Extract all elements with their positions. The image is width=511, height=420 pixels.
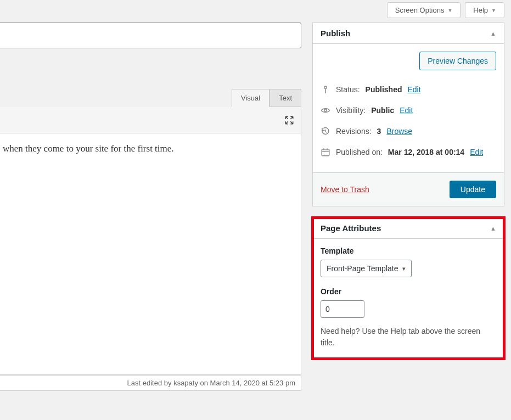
svg-point-0 <box>324 86 327 89</box>
published-on-row: Published on: Mar 12, 2018 at 00:14 Edit <box>321 142 496 163</box>
published-value: Mar 12, 2018 at 00:14 <box>388 148 464 156</box>
screen-options-button[interactable]: Screen Options ▼ <box>387 2 461 18</box>
preview-changes-button[interactable]: Preview Changes <box>419 52 496 70</box>
publish-box: Publish ▲ Preview Changes Status: Publis… <box>312 23 504 206</box>
order-label: Order <box>321 287 496 296</box>
pushpin-icon <box>321 85 330 94</box>
editor-column: Visual Text when they come to your site … <box>0 23 301 391</box>
svg-point-2 <box>324 109 327 112</box>
collapse-icon: ▲ <box>490 225 496 232</box>
tab-visual[interactable]: Visual <box>232 89 269 107</box>
page-attributes-box: Page Attributes ▲ Template Front-Page Te… <box>312 217 504 359</box>
publish-title: Publish <box>321 29 350 38</box>
update-button[interactable]: Update <box>450 181 496 198</box>
status-label: Status: <box>336 85 360 94</box>
publish-box-header[interactable]: Publish ▲ <box>313 23 504 44</box>
move-to-trash-link[interactable]: Move to Trash <box>321 185 369 194</box>
page-attributes-help-note: Need help? Use the Help tab above the sc… <box>321 326 496 349</box>
status-edit-link[interactable]: Edit <box>408 85 421 94</box>
editor-status-bar: Last edited by ksapaty on March 14, 2020… <box>0 375 301 391</box>
editor-mode-tabs: Visual Text <box>0 89 301 107</box>
post-title-input[interactable] <box>0 23 301 48</box>
revisions-browse-link[interactable]: Browse <box>386 127 412 136</box>
tab-text[interactable]: Text <box>269 89 301 107</box>
order-input[interactable] <box>321 300 364 318</box>
sidebar-column: Publish ▲ Preview Changes Status: Publis… <box>312 23 504 370</box>
revisions-row: Revisions: 3 Browse <box>321 121 496 142</box>
page-attributes-header[interactable]: Page Attributes ▲ <box>313 218 504 239</box>
page-attributes-title: Page Attributes <box>321 223 381 233</box>
top-admin-tabs: Screen Options ▼ Help ▼ <box>0 0 511 23</box>
published-edit-link[interactable]: Edit <box>470 148 483 156</box>
template-select[interactable]: Front-Page Template ▾ <box>321 260 412 277</box>
visibility-value: Public <box>371 106 394 115</box>
visibility-label: Visibility: <box>336 106 366 115</box>
help-button[interactable]: Help ▼ <box>465 2 504 18</box>
revisions-value: 3 <box>377 127 381 136</box>
eye-icon <box>321 105 330 115</box>
history-icon <box>321 126 330 136</box>
chevron-down-icon: ▾ <box>402 265 406 272</box>
screen-options-label: Screen Options <box>395 6 445 14</box>
editor-content[interactable]: when they come to your site for the firs… <box>0 133 301 375</box>
revisions-label: Revisions: <box>336 127 372 136</box>
svg-rect-5 <box>322 149 329 156</box>
status-row: Status: Published Edit <box>321 79 496 100</box>
help-label: Help <box>473 6 488 14</box>
visibility-edit-link[interactable]: Edit <box>400 106 413 115</box>
chevron-down-icon: ▼ <box>491 8 496 13</box>
calendar-icon <box>321 147 330 157</box>
visibility-row: Visibility: Public Edit <box>321 100 496 121</box>
fullscreen-icon[interactable] <box>284 115 294 125</box>
template-label: Template <box>321 247 496 255</box>
svg-line-4 <box>325 132 327 133</box>
collapse-icon: ▲ <box>490 30 496 37</box>
editor-visible-text: when they come to your site for the firs… <box>3 143 174 154</box>
chevron-down-icon: ▼ <box>447 8 452 13</box>
published-label: Published on: <box>336 148 383 156</box>
status-value: Published <box>366 85 402 94</box>
template-selected-value: Front-Page Template <box>327 264 398 273</box>
editor-toolbar <box>0 107 301 133</box>
